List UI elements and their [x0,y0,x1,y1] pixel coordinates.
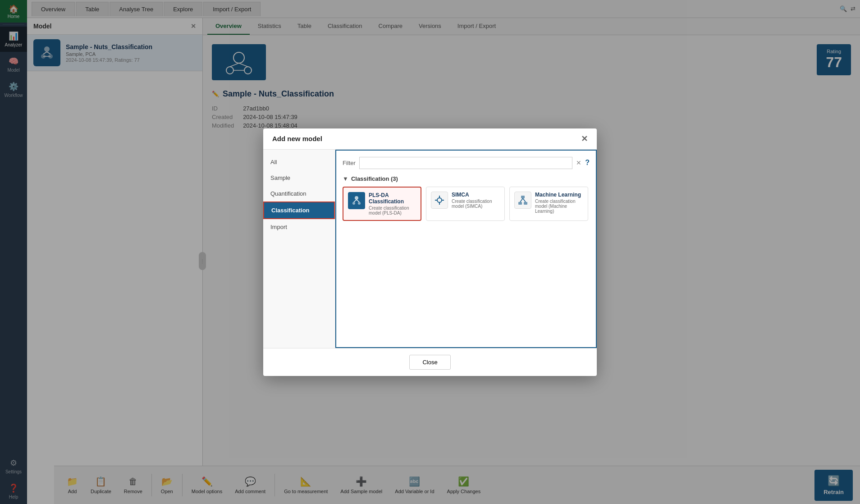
dialog-title: Add new model [272,135,322,142]
close-button[interactable]: Close [409,355,450,370]
svg-line-16 [357,200,359,202]
pls-da-info: PLS-DA Classification Create classificat… [369,192,416,215]
dialog-sidebar: All Sample Quantification Classification… [263,150,335,348]
dialog-sidebar-sample[interactable]: Sample [263,170,335,186]
ml-desc: Create classification model (Machine Lea… [535,199,583,214]
dialog-sidebar-all[interactable]: All [263,154,335,170]
simca-info: SIMCA Create classification model (SIMCA… [452,192,500,209]
simca-icon [431,192,448,209]
ml-info: Machine Learning Create classification m… [535,192,583,214]
dialog-body: All Sample Quantification Classification… [263,150,597,348]
filter-clear-button[interactable]: ✕ [576,159,581,166]
dialog-content: Filter ✕ ? ▼ Classification (3) [335,150,597,348]
filter-input[interactable] [359,157,572,169]
ml-title: Machine Learning [535,192,583,198]
svg-line-15 [354,200,357,202]
pls-da-title: PLS-DA Classification [369,192,416,205]
svg-line-26 [523,198,526,202]
dialog-sidebar-classification[interactable]: Classification [263,202,335,219]
dialog-sidebar-import[interactable]: Import [263,219,335,235]
dialog-footer: Close [263,348,597,376]
category-header: ▼ Classification (3) [343,175,590,182]
svg-point-13 [352,202,355,205]
filter-label: Filter [343,160,356,166]
svg-point-12 [355,196,358,200]
filter-help-button[interactable]: ? [585,159,590,167]
model-cards: PLS-DA Classification Create classificat… [343,187,590,221]
add-model-dialog: Add new model ✕ All Sample Quantificatio… [263,128,597,376]
model-card-pls-da[interactable]: PLS-DA Classification Create classificat… [343,187,421,221]
simca-title: SIMCA [452,192,500,198]
svg-point-14 [358,202,361,205]
svg-rect-24 [524,202,527,205]
ml-icon [514,192,531,209]
category-label: Classification (3) [351,175,398,182]
category-collapse-button[interactable]: ▼ [343,175,348,182]
dialog-header: Add new model ✕ [263,128,597,150]
svg-point-17 [437,198,442,202]
model-card-simca[interactable]: SIMCA Create classification model (SIMCA… [426,187,505,221]
filter-row: Filter ✕ ? [343,157,590,169]
svg-rect-23 [518,202,522,205]
simca-desc: Create classification model (SIMCA) [452,199,500,209]
dialog-close-button[interactable]: ✕ [581,135,588,143]
dialog-sidebar-quantification[interactable]: Quantification [263,186,335,202]
model-card-ml[interactable]: Machine Learning Create classification m… [509,187,588,221]
pls-da-desc: Create classification model (PLS-DA) [369,206,416,215]
pls-da-icon [348,192,365,209]
dialog-overlay: Add new model ✕ All Sample Quantificatio… [0,0,860,504]
svg-line-25 [520,198,523,202]
svg-rect-22 [521,196,525,198]
